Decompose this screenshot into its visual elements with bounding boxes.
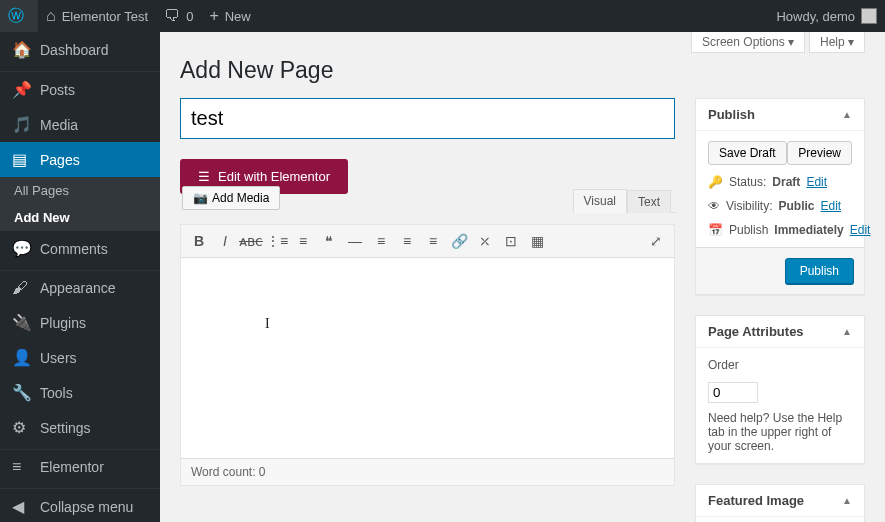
key-icon: 🔑 <box>708 175 723 189</box>
calendar-icon: 📅 <box>708 223 723 237</box>
featured-image-toggle[interactable]: Featured Image▲ <box>696 485 864 517</box>
hr-button[interactable]: — <box>343 229 367 253</box>
sidebar-item-posts[interactable]: 📌Posts <box>0 72 160 107</box>
sidebar-label-comments: Comments <box>40 241 108 257</box>
sidebar-item-pages[interactable]: ▤Pages <box>0 142 160 177</box>
bold-button[interactable]: B <box>187 229 211 253</box>
sidebar-item-dashboard[interactable]: 🏠Dashboard <box>0 32 160 67</box>
sidebar-label-pages: Pages <box>40 152 80 168</box>
edit-status-link[interactable]: Edit <box>806 175 827 189</box>
sidebar-sub-all-pages[interactable]: All Pages <box>0 177 160 204</box>
chevron-up-icon: ▲ <box>842 326 852 337</box>
page-attributes-toggle[interactable]: Page Attributes▲ <box>696 316 864 348</box>
site-name-link[interactable]: ⌂Elementor Test <box>38 0 156 32</box>
comments-link[interactable]: 🗨0 <box>156 0 201 32</box>
sidebar-label-tools: Tools <box>40 385 73 401</box>
chevron-up-icon: ▲ <box>842 109 852 120</box>
howdy-text: Howdy, demo <box>776 9 855 24</box>
save-draft-button[interactable]: Save Draft <box>708 141 787 165</box>
page-title: Add New Page <box>180 57 865 84</box>
page-attrs-title: Page Attributes <box>708 324 804 339</box>
tab-visual[interactable]: Visual <box>573 189 627 213</box>
sidebar-item-settings[interactable]: ⚙Settings <box>0 410 160 445</box>
collapse-icon: ◀ <box>12 497 32 516</box>
order-input[interactable] <box>708 382 758 403</box>
edit-visibility-link[interactable]: Edit <box>820 199 841 213</box>
sidebar-item-plugins[interactable]: 🔌Plugins <box>0 305 160 340</box>
visibility-value: Public <box>778 199 814 213</box>
visibility-label: Visibility: <box>726 199 772 213</box>
wrench-icon: 🔧 <box>12 383 32 402</box>
publish-button[interactable]: Publish <box>785 258 854 284</box>
elementor-btn-label: Edit with Elementor <box>218 169 330 184</box>
add-media-label: Add Media <box>212 191 269 205</box>
status-value: Draft <box>772 175 800 189</box>
brush-icon: 🖌 <box>12 279 32 297</box>
order-label: Order <box>708 358 739 372</box>
sidebar-label-posts: Posts <box>40 82 75 98</box>
edit-publish-date-link[interactable]: Edit <box>850 223 871 237</box>
italic-button[interactable]: I <box>213 229 237 253</box>
camera-icon: 📷 <box>193 191 208 205</box>
wordpress-icon: ⓦ <box>8 6 24 27</box>
sidebar-item-appearance[interactable]: 🖌Appearance <box>0 271 160 305</box>
elementor-icon: ☰ <box>198 169 210 184</box>
more-button[interactable]: ⊡ <box>499 229 523 253</box>
comment-icon: 💬 <box>12 239 32 258</box>
add-media-button[interactable]: 📷Add Media <box>182 186 280 210</box>
account-link[interactable]: Howdy, demo <box>768 0 885 32</box>
sidebar-label-elementor: Elementor <box>40 459 104 475</box>
preview-button[interactable]: Preview <box>787 141 852 165</box>
wp-logo[interactable]: ⓦ <box>0 0 38 32</box>
sidebar-label-appearance: Appearance <box>40 280 116 296</box>
align-right-button[interactable]: ≡ <box>421 229 445 253</box>
blockquote-button[interactable]: ❝ <box>317 229 341 253</box>
home-icon: ⌂ <box>46 7 56 25</box>
sidebar-item-comments[interactable]: 💬Comments <box>0 231 160 266</box>
media-icon: 🎵 <box>12 115 32 134</box>
help-button[interactable]: Help ▾ <box>809 32 865 53</box>
bullet-list-button[interactable]: ⋮≡ <box>265 229 289 253</box>
publish-date-label: Publish <box>729 223 768 237</box>
strikethrough-button[interactable]: ᴀʙᴄ <box>239 229 263 253</box>
sidebar-sub-add-new[interactable]: Add New <box>0 204 160 231</box>
sidebar-item-elementor[interactable]: ≡Elementor <box>0 450 160 484</box>
status-label: Status: <box>729 175 766 189</box>
chevron-up-icon: ▲ <box>842 495 852 506</box>
plus-icon: + <box>209 7 218 25</box>
collapse-label: Collapse menu <box>40 499 133 515</box>
publish-date-value: Immediately <box>774 223 843 237</box>
title-input[interactable] <box>180 98 675 139</box>
publish-metabox-toggle[interactable]: Publish▲ <box>696 99 864 131</box>
sidebar-item-users[interactable]: 👤Users <box>0 340 160 375</box>
align-left-button[interactable]: ≡ <box>369 229 393 253</box>
sidebar-label-users: Users <box>40 350 77 366</box>
sidebar-label-plugins: Plugins <box>40 315 86 331</box>
collapse-menu[interactable]: ◀Collapse menu <box>0 489 160 522</box>
elementor-icon: ≡ <box>12 458 32 476</box>
align-center-button[interactable]: ≡ <box>395 229 419 253</box>
sidebar-label-dashboard: Dashboard <box>40 42 109 58</box>
dashboard-icon: 🏠 <box>12 40 32 59</box>
comment-icon: 🗨 <box>164 7 180 25</box>
sliders-icon: ⚙ <box>12 418 32 437</box>
sidebar-item-media[interactable]: 🎵Media <box>0 107 160 142</box>
sidebar-item-tools[interactable]: 🔧Tools <box>0 375 160 410</box>
new-content-link[interactable]: +New <box>201 0 258 32</box>
word-count: Word count: 0 <box>181 458 674 485</box>
publish-title: Publish <box>708 107 755 122</box>
unlink-button[interactable]: ⤫ <box>473 229 497 253</box>
toolbar-toggle-button[interactable]: ▦ <box>525 229 549 253</box>
sidebar-label-settings: Settings <box>40 420 91 436</box>
eye-icon: 👁 <box>708 199 720 213</box>
pin-icon: 📌 <box>12 80 32 99</box>
tab-text[interactable]: Text <box>627 190 671 213</box>
editor-content[interactable]: I <box>181 258 674 458</box>
site-name: Elementor Test <box>62 9 148 24</box>
fullscreen-button[interactable]: ⤢ <box>644 229 668 253</box>
link-button[interactable]: 🔗 <box>447 229 471 253</box>
numbered-list-button[interactable]: ≡ <box>291 229 315 253</box>
screen-options-button[interactable]: Screen Options ▾ <box>691 32 805 53</box>
text-cursor: I <box>265 316 270 332</box>
user-icon: 👤 <box>12 348 32 367</box>
